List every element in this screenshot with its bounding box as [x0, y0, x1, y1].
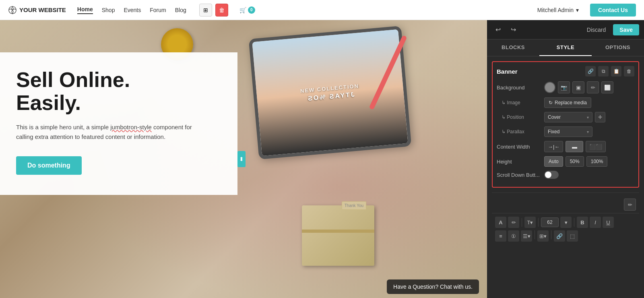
copy-banner-button[interactable]: 📋 [611, 66, 621, 77]
image-row: Image ↻ Replace media [497, 97, 634, 108]
background-color-picker[interactable] [544, 82, 555, 93]
admin-menu[interactable]: Mitchell Admin ▾ [537, 7, 579, 13]
ordered-list-button[interactable]: ① [508, 230, 519, 242]
background-clear-button[interactable]: ⬜ [601, 81, 613, 93]
position-select[interactable]: Cover ▾ [544, 112, 592, 122]
admin-chevron-icon: ▾ [576, 7, 579, 13]
tablet-screen: NEW COLLECTION JTYAS %OS [252, 29, 408, 156]
content-width-wide-button[interactable]: ⬛⬛ [586, 141, 606, 152]
chat-bubble[interactable]: Have a Question? Chat with us. [387, 279, 479, 294]
delete-tool-button[interactable]: 🗑 [215, 4, 228, 17]
content-width-controls: →|← ▬ ⬛⬛ [544, 141, 634, 152]
background-controls: 📷 ▣ ✏ ⬜ [544, 81, 634, 93]
nav-shop[interactable]: Shop [102, 7, 115, 13]
font-size-chevron[interactable]: ▾ [560, 217, 572, 228]
height-100-button[interactable]: 100% [586, 156, 608, 167]
link-button[interactable]: 🔗 [554, 230, 565, 242]
height-label: Height [497, 159, 541, 165]
banner-actions: 🔗 ⧉ 📋 🗑 [585, 66, 634, 77]
content-width-full-button[interactable]: →|← [544, 141, 563, 152]
font-size-input[interactable]: 62 [541, 217, 559, 227]
tablet-decoration: NEW COLLECTION JTYAS %OS [249, 26, 412, 159]
toolbar-separator-1 [522, 218, 522, 227]
banner-header: Banner 🔗 ⧉ 📋 🗑 [497, 66, 634, 77]
contact-button[interactable]: Contact Us [590, 4, 636, 17]
redo-button[interactable]: ↪ [507, 24, 519, 36]
height-50-button[interactable]: 50% [566, 156, 584, 167]
hero-subtitle[interactable]: This is a simple hero unit, a simple jum… [16, 122, 197, 142]
gift-box-decoration: Thank You [302, 205, 374, 266]
background-video-button[interactable]: ▣ [572, 81, 584, 93]
right-panel: ↩ ↪ Discard Save BLOCKS STYLE OPTIONS Ba… [487, 20, 644, 298]
resize-handle[interactable]: ⬍ [237, 151, 246, 167]
nav-tools: ⊞ 🗑 [199, 4, 228, 17]
main-area: NEW COLLECTION JTYAS %OS Thank You ⬍ Sel… [0, 20, 644, 298]
link-banner-button[interactable]: 🔗 [585, 66, 596, 77]
nav-home[interactable]: Home [77, 6, 93, 14]
content-width-row: Content Width →|← ▬ ⬛⬛ [497, 141, 634, 152]
replace-icon: ↻ [549, 100, 553, 106]
background-camera-button[interactable]: 📷 [558, 81, 570, 93]
website-preview: NEW COLLECTION JTYAS %OS Thank You ⬍ Sel… [0, 20, 487, 298]
toolbar-separator-5 [551, 230, 551, 239]
underline-button[interactable]: U [603, 217, 614, 228]
position-label: Position [502, 114, 541, 120]
save-button[interactable]: Save [613, 24, 639, 35]
position-reset-button[interactable]: ✛ [595, 112, 605, 122]
grid-tool-button[interactable]: ⊞ [199, 4, 212, 17]
toolbar-separator-3 [574, 218, 574, 227]
jumbotron-link: jumbotron-style [110, 124, 152, 130]
height-row: Height Auto 50% 100% [497, 156, 634, 167]
duplicate-banner-button[interactable]: ⧉ [598, 66, 609, 77]
embed-button[interactable]: ⬚ [567, 230, 578, 242]
content-width-box-button[interactable]: ▬ [566, 141, 583, 152]
font-color-button[interactable]: ✏ [508, 217, 519, 228]
replace-media-button[interactable]: ↻ Replace media [544, 97, 591, 108]
banner-section: Banner 🔗 ⧉ 📋 🗑 Background 📷 ▣ [492, 61, 639, 188]
parallax-select[interactable]: Fixed ▾ [544, 126, 592, 137]
unordered-list-button[interactable]: ≡ [495, 230, 506, 242]
image-label: Image [502, 100, 541, 106]
position-row: Position Cover ▾ ✛ [497, 112, 634, 122]
undo-button[interactable]: ↩ [492, 24, 504, 36]
panel-edit-row: ✏ [492, 196, 639, 213]
position-chevron-icon: ▾ [587, 115, 589, 120]
cart-icon: 🛒 [239, 7, 246, 13]
position-value: Cover [548, 114, 561, 120]
italic-button[interactable]: I [590, 217, 601, 228]
text-toolbar: A ✏ T▾ 62 ▾ B I U ≡ ① ☰▾ ⊞▾ [492, 213, 639, 245]
parallax-chevron-icon: ▾ [587, 130, 589, 134]
background-label: Background [497, 85, 541, 91]
top-navigation: YOUR WEBSITE Home Shop Events Forum Blog… [0, 0, 644, 20]
font-style-button[interactable]: T▾ [524, 217, 536, 228]
parallax-label: Parallax [502, 129, 541, 135]
site-logo[interactable]: YOUR WEBSITE [8, 6, 66, 14]
panel-tabs: BLOCKS STYLE OPTIONS [487, 39, 644, 56]
scroll-down-row: Scroll Down Butt... [497, 171, 634, 179]
replace-label: Replace media [555, 100, 587, 106]
tab-blocks[interactable]: BLOCKS [487, 39, 539, 56]
nav-events[interactable]: Events [124, 7, 141, 13]
panel-separator [492, 192, 639, 193]
cart-badge: 0 [248, 6, 255, 14]
font-a-button[interactable]: A [495, 217, 506, 228]
height-auto-button[interactable]: Auto [544, 156, 563, 167]
cart-button[interactable]: 🛒 0 [239, 6, 255, 14]
delete-banner-button[interactable]: 🗑 [624, 66, 634, 77]
bold-button[interactable]: B [577, 217, 588, 228]
scroll-down-label: Scroll Down Butt... [497, 172, 541, 178]
background-edit-button[interactable]: ✏ [587, 81, 599, 93]
scroll-down-toggle[interactable] [544, 171, 559, 179]
logo-text: YOUR WEBSITE [19, 6, 66, 13]
hero-title[interactable]: Sell Online.Easily. [16, 68, 221, 114]
table-button[interactable]: ⊞▾ [537, 230, 549, 242]
discard-button[interactable]: Discard [583, 24, 610, 35]
nav-blog[interactable]: Blog [175, 7, 186, 13]
edit-pencil-button[interactable]: ✏ [624, 199, 636, 211]
do-something-button[interactable]: Do something [16, 156, 82, 175]
admin-label: Mitchell Admin [537, 7, 574, 13]
align-button[interactable]: ☰▾ [521, 230, 532, 242]
tab-options[interactable]: OPTIONS [592, 39, 644, 56]
tab-style[interactable]: STYLE [539, 39, 592, 56]
nav-forum[interactable]: Forum [150, 7, 166, 13]
